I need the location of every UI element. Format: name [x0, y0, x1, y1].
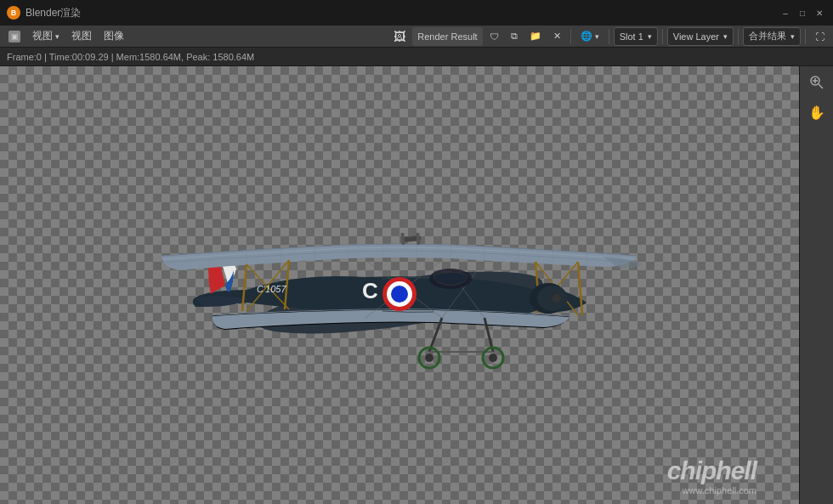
- menu-view-arrow: ▾: [55, 32, 60, 41]
- window-title: Blender渲染: [26, 6, 774, 20]
- close-render-button[interactable]: ✕: [548, 27, 566, 46]
- view-layer-dropdown[interactable]: View Layer ▾: [667, 27, 734, 46]
- combine-label: 合并结果: [749, 30, 786, 42]
- render-icon: ▣: [8, 31, 20, 42]
- menu-bar: ▣ 视图 ▾ 视图 图像 🖼 Render Result 🛡 ⧉ 📁 ✕: [0, 25, 833, 48]
- menu-view[interactable]: 视图 ▾: [27, 27, 65, 46]
- logo-chip: chip: [667, 456, 717, 484]
- maximize-button[interactable]: □: [796, 6, 809, 20]
- menu-view2-label: 视图: [71, 29, 92, 43]
- biplane-render: C C'1057: [76, 124, 722, 447]
- folder-icon-btn[interactable]: 📁: [524, 27, 547, 46]
- svg-point-15: [489, 354, 497, 362]
- fullscreen-icon: ⛶: [815, 31, 824, 42]
- menu-view-label: 视图: [32, 29, 53, 43]
- center-toolbar: 🖼 Render Result 🛡 ⧉ 📁 ✕: [388, 27, 565, 46]
- separator-5: [805, 29, 806, 44]
- svg-text:C: C: [362, 278, 378, 303]
- view-layer-label: View Layer: [673, 31, 719, 42]
- separator-4: [738, 29, 739, 44]
- svg-line-4: [578, 262, 582, 315]
- zoom-magnify-btn[interactable]: [803, 70, 830, 97]
- title-bar: B Blender渲染 – □ ✕: [0, 0, 833, 25]
- svg-point-31: [552, 294, 561, 303]
- separator-2: [609, 29, 609, 44]
- copy-icon: ⧉: [511, 31, 518, 42]
- svg-point-14: [425, 354, 434, 362]
- svg-point-26: [391, 286, 408, 303]
- render-result-label: Render Result: [417, 31, 477, 42]
- render-result-dropdown[interactable]: Render Result: [412, 27, 482, 46]
- hand-icon: ✋: [808, 105, 825, 121]
- image-type-icon[interactable]: 🖼: [388, 27, 411, 46]
- globe-arrow: ▾: [595, 32, 599, 41]
- watermark-url: www.chiphell.com: [667, 485, 756, 496]
- watermark: chiphell www.chiphell.com: [667, 456, 756, 496]
- status-bar: Frame:0 | Time:00:09.29 | Mem:1580.64M, …: [0, 48, 833, 66]
- status-text: Frame:0 | Time:00:09.29 | Mem:1580.64M, …: [7, 52, 254, 62]
- pan-btn[interactable]: ✋: [803, 99, 830, 126]
- view-layer-arrow: ▾: [723, 32, 728, 41]
- combine-arrow: ▾: [790, 32, 795, 41]
- close-button[interactable]: ✕: [813, 6, 826, 20]
- svg-line-1: [242, 264, 246, 311]
- shield-icon-btn[interactable]: 🛡: [484, 27, 504, 46]
- app-icon: B: [7, 6, 20, 20]
- svg-rect-22: [400, 232, 405, 244]
- fullscreen-btn[interactable]: ⛶: [810, 27, 830, 46]
- minimize-button[interactable]: –: [779, 6, 792, 20]
- copy-icon-btn[interactable]: ⧉: [506, 27, 523, 46]
- right-toolbar: ✋: [799, 66, 833, 504]
- image-icon: 🖼: [394, 30, 405, 43]
- language-icon-btn[interactable]: 🌐 ▾: [575, 27, 604, 46]
- logo-hell: hell: [716, 456, 756, 484]
- close-icon: ✕: [553, 31, 561, 42]
- slot-label: Slot 1: [620, 31, 643, 42]
- menu-image[interactable]: 图像: [99, 27, 129, 46]
- biplane-svg: C C'1057: [76, 124, 722, 447]
- svg-text:C'1057: C'1057: [257, 284, 286, 294]
- menu-image-label: 图像: [104, 29, 124, 43]
- menu-view-icon[interactable]: ▣: [3, 27, 26, 46]
- main-content: C C'1057: [0, 66, 833, 504]
- watermark-logo: chiphell: [667, 456, 756, 485]
- globe-icon: 🌐: [581, 31, 592, 42]
- window-controls: – □ ✕: [779, 6, 826, 20]
- combine-dropdown[interactable]: 合并结果 ▾: [743, 27, 801, 46]
- slot-dropdown[interactable]: Slot 1 ▾: [614, 27, 658, 46]
- folder-icon: 📁: [530, 31, 541, 42]
- menu-view2[interactable]: 视图: [66, 27, 97, 46]
- slot-arrow: ▾: [648, 32, 652, 41]
- canvas-area[interactable]: C C'1057: [0, 66, 799, 504]
- separator-1: [570, 29, 571, 44]
- separator-3: [662, 29, 663, 44]
- zoom-icon: [809, 75, 824, 93]
- svg-rect-23: [416, 232, 420, 244]
- shield-icon: 🛡: [490, 31, 499, 42]
- svg-line-45: [819, 84, 823, 88]
